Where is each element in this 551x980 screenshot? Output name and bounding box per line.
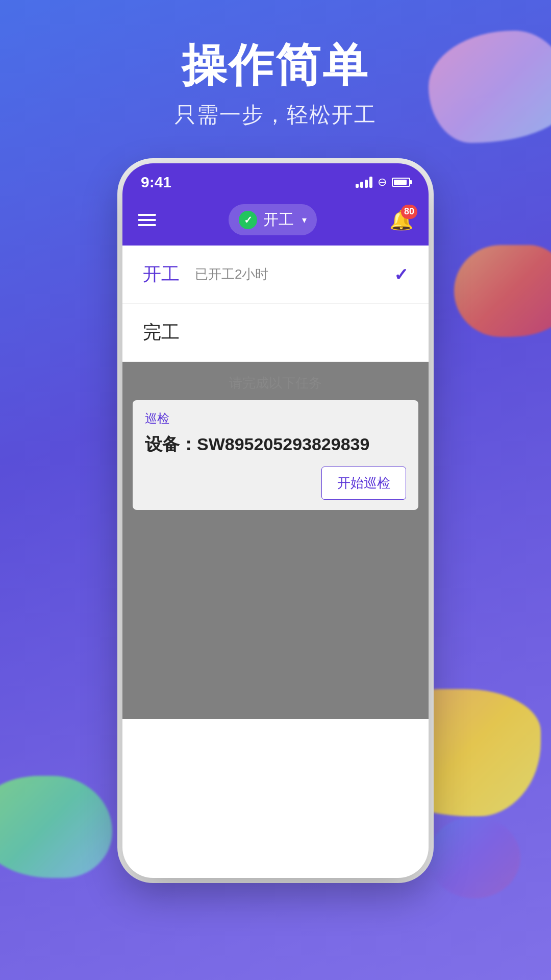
- task-content-area: 请完成以下任务 巡检 设备：SW895205293829839 开始巡检: [122, 362, 429, 719]
- check-icon: ✓: [244, 214, 253, 226]
- signal-bar-3: [365, 180, 368, 188]
- menu-icon[interactable]: [138, 214, 156, 226]
- status-label: 开工: [263, 209, 294, 230]
- dropdown-arrow-icon: ▾: [302, 214, 307, 226]
- notification-button[interactable]: 🔔 80: [389, 209, 413, 231]
- battery-fill: [394, 180, 407, 185]
- status-button[interactable]: ✓ 开工 ▾: [229, 204, 317, 235]
- status-time: 9:41: [141, 174, 171, 191]
- signal-icon: [356, 177, 372, 188]
- app-header: ✓ 开工 ▾ 🔔 80: [122, 196, 429, 246]
- dropdown-item-start-sub: 已开工2小时: [195, 265, 268, 283]
- menu-line-1: [138, 214, 156, 216]
- wifi-icon: ⊖: [378, 176, 387, 189]
- signal-bar-1: [356, 184, 359, 188]
- status-bar: 9:41 ⊖: [122, 163, 429, 196]
- task-device-label: 设备：: [145, 434, 197, 454]
- notification-badge: 80: [401, 205, 417, 219]
- status-check-circle: ✓: [239, 211, 257, 229]
- blob-decoration-5: [429, 817, 520, 898]
- signal-bar-4: [369, 177, 372, 188]
- dropdown-item-finish-label: 完工: [143, 320, 180, 345]
- dropdown-item-start[interactable]: 开工 已开工2小时 ✓: [122, 246, 429, 304]
- task-device-id: SW895205293829839: [197, 434, 369, 454]
- task-prompt: 请完成以下任务: [122, 362, 429, 400]
- battery-icon: [392, 178, 410, 187]
- sub-title: 只需一步，轻松开工: [0, 101, 551, 129]
- dropdown-item-start-label: 开工: [143, 262, 180, 287]
- dropdown-item-finish[interactable]: 完工: [122, 304, 429, 362]
- header-area: 操作简单 只需一步，轻松开工: [0, 41, 551, 129]
- menu-line-3: [138, 224, 156, 226]
- signal-bar-2: [360, 182, 363, 188]
- task-card: 巡检 设备：SW895205293829839 开始巡检: [133, 400, 418, 510]
- status-icons: ⊖: [356, 176, 410, 189]
- dropdown-item-start-left: 开工 已开工2小时: [143, 262, 268, 287]
- dropdown-item-start-check: ✓: [394, 264, 408, 285]
- dropdown-item-finish-left: 完工: [143, 320, 180, 345]
- main-title: 操作简单: [0, 41, 551, 90]
- task-actions: 开始巡检: [145, 467, 406, 500]
- menu-line-2: [138, 219, 156, 221]
- dropdown-panel: 开工 已开工2小时 ✓ 完工: [122, 246, 429, 362]
- task-device: 设备：SW895205293829839: [145, 433, 406, 456]
- task-category: 巡检: [145, 410, 406, 427]
- blob-decoration-4: [454, 245, 551, 337]
- phone-mockup: 9:41 ⊖ ✓ 开工 ▾: [122, 163, 429, 878]
- start-patrol-button[interactable]: 开始巡检: [321, 467, 406, 500]
- blob-decoration-3: [0, 776, 112, 878]
